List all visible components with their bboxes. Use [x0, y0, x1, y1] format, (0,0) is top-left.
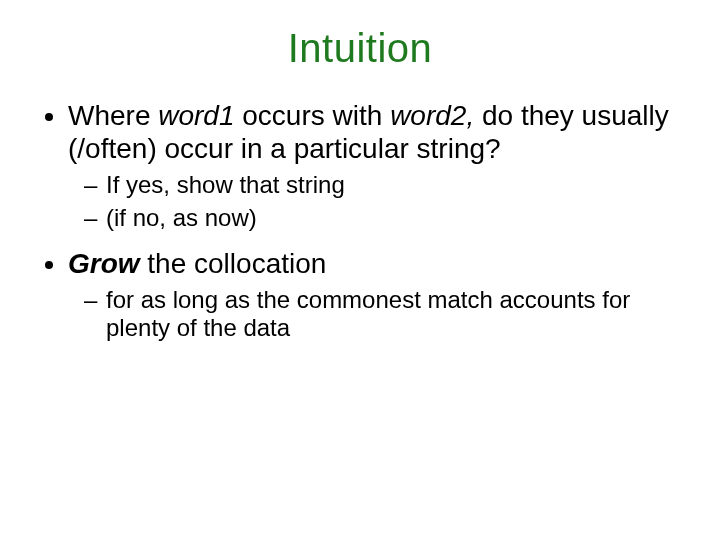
- bullet-2-rest: the collocation: [147, 248, 326, 279]
- bullet-1-word1: word1: [158, 100, 234, 131]
- bullet-2-sublist: for as long as the commonest match accou…: [68, 286, 680, 344]
- bullet-1: Where word1 occurs with word2, do they u…: [68, 99, 680, 233]
- bullet-1-sublist: If yes, show that string (if no, as now): [68, 171, 680, 233]
- bullet-1-pre: Where: [68, 100, 158, 131]
- bullet-1-word2: word2,: [390, 100, 474, 131]
- bullet-1-sub-2: (if no, as now): [106, 204, 680, 233]
- bullet-1-sub-1: If yes, show that string: [106, 171, 680, 200]
- bullet-list: Where word1 occurs with word2, do they u…: [40, 99, 680, 343]
- bullet-2-grow: Grow: [68, 248, 147, 279]
- slide-title: Intuition: [40, 26, 680, 71]
- slide: Intuition Where word1 occurs with word2,…: [0, 0, 720, 540]
- bullet-2-sub-1: for as long as the commonest match accou…: [106, 286, 680, 344]
- bullet-2: Grow the collocation for as long as the …: [68, 247, 680, 344]
- bullet-1-mid: occurs with: [235, 100, 391, 131]
